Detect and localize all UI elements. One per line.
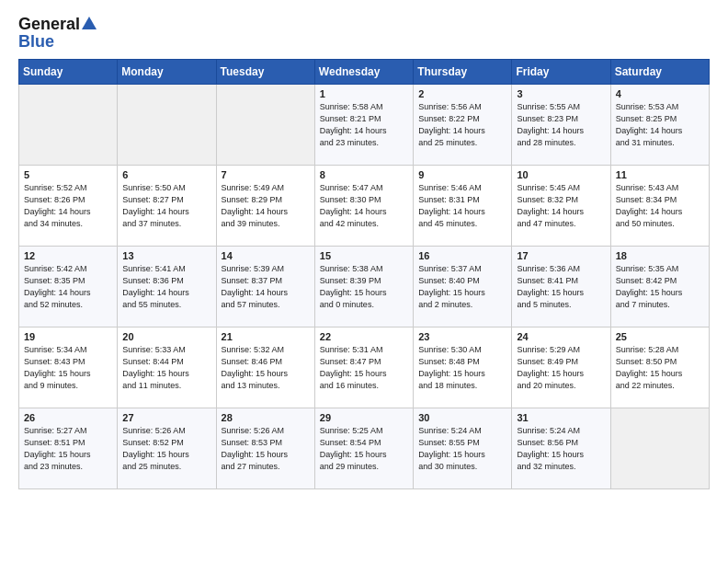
- logo-triangle-icon: [82, 17, 97, 33]
- day-header-friday: Friday: [512, 60, 610, 85]
- week-row-2: 5Sunrise: 5:52 AM Sunset: 8:26 PM Daylig…: [19, 166, 710, 247]
- day-number: 17: [517, 250, 605, 261]
- day-number: 31: [517, 412, 605, 423]
- calendar-cell: 24Sunrise: 5:29 AM Sunset: 8:49 PM Dayli…: [512, 327, 610, 408]
- calendar-cell: 12Sunrise: 5:42 AM Sunset: 8:35 PM Dayli…: [19, 247, 118, 327]
- calendar-cell: 5Sunrise: 5:52 AM Sunset: 8:26 PM Daylig…: [19, 166, 118, 247]
- day-info: Sunrise: 5:53 AM Sunset: 8:25 PM Dayligh…: [616, 101, 704, 149]
- day-number: 4: [616, 88, 704, 99]
- day-header-tuesday: Tuesday: [216, 60, 314, 85]
- day-number: 8: [320, 169, 408, 180]
- day-info: Sunrise: 5:34 AM Sunset: 8:43 PM Dayligh…: [24, 344, 112, 392]
- calendar-cell: [118, 85, 216, 166]
- day-number: 11: [616, 169, 704, 180]
- day-number: 16: [418, 250, 506, 261]
- calendar-cell: 25Sunrise: 5:28 AM Sunset: 8:50 PM Dayli…: [610, 327, 709, 408]
- calendar-cell: 22Sunrise: 5:31 AM Sunset: 8:47 PM Dayli…: [314, 327, 413, 408]
- calendar-cell: 19Sunrise: 5:34 AM Sunset: 8:43 PM Dayli…: [19, 327, 118, 408]
- day-info: Sunrise: 5:25 AM Sunset: 8:54 PM Dayligh…: [320, 425, 408, 473]
- day-header-thursday: Thursday: [414, 60, 512, 85]
- calendar-header: SundayMondayTuesdayWednesdayThursdayFrid…: [19, 60, 710, 85]
- day-info: Sunrise: 5:24 AM Sunset: 8:56 PM Dayligh…: [517, 425, 605, 473]
- calendar-cell: 17Sunrise: 5:36 AM Sunset: 8:41 PM Dayli…: [512, 247, 610, 327]
- calendar-cell: 6Sunrise: 5:50 AM Sunset: 8:27 PM Daylig…: [118, 166, 216, 247]
- day-info: Sunrise: 5:50 AM Sunset: 8:27 PM Dayligh…: [122, 182, 210, 230]
- day-info: Sunrise: 5:24 AM Sunset: 8:55 PM Dayligh…: [418, 425, 506, 473]
- day-info: Sunrise: 5:39 AM Sunset: 8:37 PM Dayligh…: [222, 263, 310, 311]
- calendar-cell: 13Sunrise: 5:41 AM Sunset: 8:36 PM Dayli…: [118, 247, 216, 327]
- svg-marker-0: [82, 17, 97, 29]
- calendar-cell: 23Sunrise: 5:30 AM Sunset: 8:48 PM Dayli…: [414, 327, 512, 408]
- day-info: Sunrise: 5:46 AM Sunset: 8:31 PM Dayligh…: [418, 182, 506, 230]
- day-header-wednesday: Wednesday: [314, 60, 413, 85]
- day-number: 27: [122, 412, 210, 423]
- day-header-monday: Monday: [118, 60, 216, 85]
- day-number: 28: [222, 412, 310, 423]
- day-info: Sunrise: 5:52 AM Sunset: 8:26 PM Dayligh…: [24, 182, 112, 230]
- day-info: Sunrise: 5:26 AM Sunset: 8:52 PM Dayligh…: [122, 425, 210, 473]
- day-number: 24: [517, 331, 605, 342]
- day-number: 20: [122, 331, 210, 342]
- calendar-cell: 20Sunrise: 5:33 AM Sunset: 8:44 PM Dayli…: [118, 327, 216, 408]
- day-header-saturday: Saturday: [610, 60, 709, 85]
- day-number: 19: [24, 331, 112, 342]
- calendar-cell: 4Sunrise: 5:53 AM Sunset: 8:25 PM Daylig…: [610, 85, 709, 166]
- day-info: Sunrise: 5:38 AM Sunset: 8:39 PM Dayligh…: [320, 263, 408, 311]
- day-number: 23: [418, 331, 506, 342]
- calendar-cell: 7Sunrise: 5:49 AM Sunset: 8:29 PM Daylig…: [216, 166, 314, 247]
- calendar-cell: 26Sunrise: 5:27 AM Sunset: 8:51 PM Dayli…: [19, 408, 118, 489]
- day-number: 1: [320, 88, 408, 99]
- day-info: Sunrise: 5:41 AM Sunset: 8:36 PM Dayligh…: [122, 263, 210, 311]
- header: General Blue: [18, 15, 710, 50]
- day-info: Sunrise: 5:43 AM Sunset: 8:34 PM Dayligh…: [616, 182, 704, 230]
- day-number: 12: [24, 250, 112, 261]
- day-number: 26: [24, 412, 112, 423]
- day-number: 15: [320, 250, 408, 261]
- day-number: 3: [517, 88, 605, 99]
- day-number: 29: [320, 412, 408, 423]
- day-info: Sunrise: 5:28 AM Sunset: 8:50 PM Dayligh…: [616, 344, 704, 392]
- day-number: 2: [418, 88, 506, 99]
- calendar-cell: 29Sunrise: 5:25 AM Sunset: 8:54 PM Dayli…: [314, 408, 413, 489]
- day-info: Sunrise: 5:35 AM Sunset: 8:42 PM Dayligh…: [616, 263, 704, 311]
- week-row-5: 26Sunrise: 5:27 AM Sunset: 8:51 PM Dayli…: [19, 408, 710, 489]
- calendar-cell: 18Sunrise: 5:35 AM Sunset: 8:42 PM Dayli…: [610, 247, 709, 327]
- calendar-cell: 2Sunrise: 5:56 AM Sunset: 8:22 PM Daylig…: [414, 85, 512, 166]
- day-number: 7: [222, 169, 310, 180]
- day-info: Sunrise: 5:42 AM Sunset: 8:35 PM Dayligh…: [24, 263, 112, 311]
- calendar-cell: [216, 85, 314, 166]
- week-row-1: 1Sunrise: 5:58 AM Sunset: 8:21 PM Daylig…: [19, 85, 710, 166]
- day-number: 9: [418, 169, 506, 180]
- day-number: 5: [24, 169, 112, 180]
- day-info: Sunrise: 5:36 AM Sunset: 8:41 PM Dayligh…: [517, 263, 605, 311]
- week-row-3: 12Sunrise: 5:42 AM Sunset: 8:35 PM Dayli…: [19, 247, 710, 327]
- day-number: 6: [122, 169, 210, 180]
- calendar-cell: 10Sunrise: 5:45 AM Sunset: 8:32 PM Dayli…: [512, 166, 610, 247]
- calendar-cell: 9Sunrise: 5:46 AM Sunset: 8:31 PM Daylig…: [414, 166, 512, 247]
- logo-blue: Blue: [18, 33, 54, 50]
- calendar-cell: [19, 85, 118, 166]
- calendar-cell: 28Sunrise: 5:26 AM Sunset: 8:53 PM Dayli…: [216, 408, 314, 489]
- calendar-cell: 31Sunrise: 5:24 AM Sunset: 8:56 PM Dayli…: [512, 408, 610, 489]
- day-number: 10: [517, 169, 605, 180]
- day-info: Sunrise: 5:47 AM Sunset: 8:30 PM Dayligh…: [320, 182, 408, 230]
- day-number: 14: [222, 250, 310, 261]
- calendar-cell: 3Sunrise: 5:55 AM Sunset: 8:23 PM Daylig…: [512, 85, 610, 166]
- calendar-cell: 14Sunrise: 5:39 AM Sunset: 8:37 PM Dayli…: [216, 247, 314, 327]
- week-row-4: 19Sunrise: 5:34 AM Sunset: 8:43 PM Dayli…: [19, 327, 710, 408]
- day-info: Sunrise: 5:49 AM Sunset: 8:29 PM Dayligh…: [222, 182, 310, 230]
- calendar-cell: 30Sunrise: 5:24 AM Sunset: 8:55 PM Dayli…: [414, 408, 512, 489]
- day-info: Sunrise: 5:27 AM Sunset: 8:51 PM Dayligh…: [24, 425, 112, 473]
- day-info: Sunrise: 5:29 AM Sunset: 8:49 PM Dayligh…: [517, 344, 605, 392]
- day-info: Sunrise: 5:33 AM Sunset: 8:44 PM Dayligh…: [122, 344, 210, 392]
- calendar-table: SundayMondayTuesdayWednesdayThursdayFrid…: [18, 59, 710, 489]
- day-info: Sunrise: 5:55 AM Sunset: 8:23 PM Dayligh…: [517, 101, 605, 149]
- day-number: 13: [122, 250, 210, 261]
- day-info: Sunrise: 5:45 AM Sunset: 8:32 PM Dayligh…: [517, 182, 605, 230]
- logo: General Blue: [18, 15, 97, 50]
- calendar-cell: [610, 408, 709, 489]
- day-number: 30: [418, 412, 506, 423]
- calendar-cell: 11Sunrise: 5:43 AM Sunset: 8:34 PM Dayli…: [610, 166, 709, 247]
- calendar-cell: 8Sunrise: 5:47 AM Sunset: 8:30 PM Daylig…: [314, 166, 413, 247]
- day-number: 18: [616, 250, 704, 261]
